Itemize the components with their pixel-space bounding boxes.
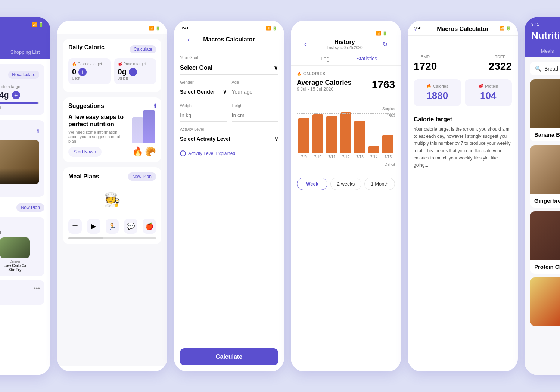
meal-plans-header: Meal Plans New Plan [0,202,44,213]
activity-select[interactable]: Select Activity Level ∨ [180,133,278,145]
weight-input[interactable] [180,109,227,122]
new-plan-button[interactable]: New Plan [16,203,44,212]
suggestions-card: Suggestions ℹ Recommended meal 1 › Break… [0,120,44,197]
recalculate-button[interactable]: Recalculate [8,71,39,79]
bar-2: 7/11 [326,116,337,159]
tab-meals-6[interactable]: Meals [531,45,560,57]
recipe-gingerbread-oats[interactable]: Gingerbread Overnight Oats [530,145,560,208]
height-group: Height [232,103,279,122]
age-group: Age [232,80,279,98]
main-tabs: Meals Recipes Shopping List [0,46,44,59]
calories-result-col: 🔥 Calories 1880 [414,79,461,106]
two-weeks-button[interactable]: 2 weeks [330,178,361,190]
protein-label: 🥩 Protein target [0,84,39,89]
tab-recipes[interactable]: Recipes [0,46,6,59]
video-icon[interactable]: ▶ [87,219,100,234]
p2-mp-title: Meal Plans [68,173,99,180]
p2-daily-caloric: Daily Caloric Calculate 🔥 Calories targe… [63,39,161,92]
recipe-4[interactable] [530,277,560,326]
run-icon[interactable]: 🏃 [106,219,119,234]
info-circle-icon: i [180,150,186,156]
goal-select[interactable]: Select Goal ∨ [180,61,278,75]
period-buttons: Week 2 weeks 1 Month [297,178,395,190]
meal-image: Recommended meal 1 › Breakfast, Lunch, D… [0,140,39,184]
status-bar-3: 9:41 📶 🔋 [181,26,277,31]
bmr-value: 1720 [414,60,437,72]
bmr-col: BMR 1720 [414,55,437,72]
dc-header: Daily Caloric Recalculate [0,69,39,80]
status-bar-2: 📶 🔋 [64,26,161,31]
recipe-protein-banana-bread[interactable]: Protein Chocolate Banana Bread [530,211,560,274]
status-bar: 9:41 📶 🔋 [0,22,44,27]
phone-nutrition-recipes: 9:41 📶 🔋 Nutrition Meals Recipes Shoppin… [525,17,560,375]
phone-daily-caloric: 📶 🔋 Daily Caloric Calculate 🔥 Calories t… [57,21,167,371]
chat-icon[interactable]: 💬 [124,219,137,234]
p2-protein-plus[interactable]: + [129,68,137,76]
more-icon[interactable]: ••• [34,285,40,292]
signal-icons: 📶 🔋 [32,22,44,27]
age-input[interactable] [232,86,279,98]
gender-group: Gender Select Gender ∨ [180,80,227,98]
recipe-banana-bread[interactable]: Banana Bread [530,79,560,141]
meal-title: Recommended meal 1 › [0,171,35,177]
status-bar-4: 📶 🔋 [298,26,394,36]
protein-result-col: 🥩 Protein 104 [465,79,512,106]
app-title: Nutrition [0,30,44,42]
refresh-icon[interactable]: ↻ [383,41,388,48]
protein-icon: 🥩 [478,84,483,88]
search-text[interactable]: Bread [544,66,558,72]
macros-row: 🔥 Calories 1880 🥩 Protein 104 [414,79,512,106]
info-icon: ℹ [154,103,156,110]
start-now-button[interactable]: Start Now › [68,147,102,157]
p2-meal-plans: Meal Plans New Plan 🧑‍🍳 ☰ ▶ 🏃 💬 🍎 [63,167,161,244]
protein-result-value: 104 [469,90,508,102]
goal-group: Your Goal Select Goal ∨ [180,55,278,75]
age-label: Age [232,80,279,84]
plan-name: Name meal 1 [0,221,40,227]
tab-statistics[interactable]: Statistics [346,53,388,65]
week-button[interactable]: Week [297,178,327,190]
p2-new-plan-button[interactable]: New Plan [128,172,156,181]
phone2-header: 📶 🔋 [57,21,167,31]
bar-5: 7/14 [368,146,380,159]
phone-history: 📶 🔋 ‹ History Last sync 05.25.2020 ↻ Log… [291,21,401,371]
protein-value: 104g + [0,90,39,100]
deficit-label: Deficit [385,162,395,167]
month-button[interactable]: 1 Month [364,178,395,190]
tdee-col: TDEE 2322 [489,55,512,72]
phone6-body: 🔍 Bread Filter by name Filter by usernam… [525,57,560,375]
recipe4-image [530,277,560,326]
back-button-5[interactable]: ‹ [414,25,417,33]
tab-shopping[interactable]: Shopping List [6,46,44,59]
calculate-button[interactable]: Calculate [130,45,156,53]
weight-group: Weight [180,103,227,122]
back-button[interactable]: ‹ [187,36,190,44]
phone1-header: 9:41 📶 🔋 Nutrition Meals Recipes Shoppin… [0,17,50,59]
dc-row: 🔥 Calories target 1800 + 195 left 🥩 Prot… [0,84,39,110]
target-line-label: 1880 [387,114,395,118]
tdee-label: TDEE [489,55,512,59]
height-input[interactable] [232,109,279,122]
meal-character: 🧑‍🍳 [68,184,156,215]
flame-icon: 🔥 [297,72,302,76]
protein-left: 2g left [0,105,39,110]
history-back-button[interactable]: ‹ [304,40,307,48]
meal-stats: 🔥 1673.5 / 1880 🥩 124g / 104 [0,187,39,192]
gender-select[interactable]: Select Gender ∨ [180,86,227,98]
apple-icon[interactable]: 🍎 [143,219,156,234]
status-bar-5: 9:41 📶 🔋 [414,26,511,31]
banana-bread-image [530,79,560,128]
protein-bread-image [530,211,560,260]
flame-decor-icon: 🔥 [132,146,143,157]
banana-bread-name: Banana Bread [530,128,560,141]
list-icon[interactable]: ☰ [68,219,82,234]
height-label: Height [232,103,279,108]
plan-meals: Breakfast Harissa Baked Eggs Lunch Smoke… [0,237,40,272]
calculate-macros-button[interactable]: Calculate [180,348,278,365]
bmr-row: BMR 1720 TDEE 2322 [414,55,512,72]
avg-calories-value: 1763 [372,79,395,91]
p2-calories-plus[interactable]: + [78,68,87,76]
protein-plus-button[interactable]: + [12,91,20,99]
activity-info-link[interactable]: i Activity Level Explained [180,150,278,156]
tab-log[interactable]: Log [304,53,346,65]
